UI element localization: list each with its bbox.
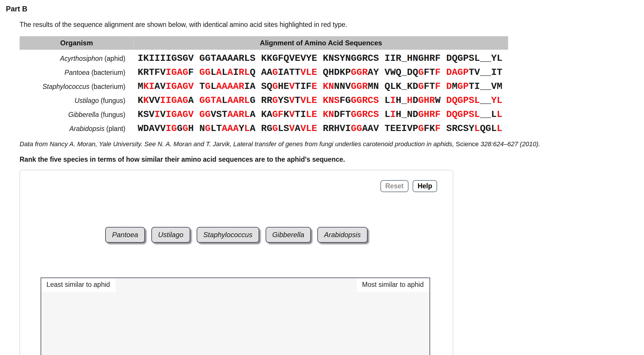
part-title: Part B xyxy=(6,5,644,13)
seq-segment: GG xyxy=(199,109,210,120)
seq-segment: V xyxy=(289,123,295,134)
seq-segment: I xyxy=(233,67,238,78)
chip-staphylococcus[interactable]: Staphylococcus xyxy=(197,227,259,243)
seq-segment: A xyxy=(227,67,233,78)
seq-segment: WDAVV xyxy=(138,123,166,134)
seq-segment: L xyxy=(211,67,216,78)
seq-segment: G xyxy=(418,123,424,134)
seq-segment: AV xyxy=(155,81,166,92)
help-button[interactable]: Help xyxy=(413,180,437,192)
seq-segment: G xyxy=(183,123,188,134)
chip-pantoea[interactable]: Pantoea xyxy=(105,227,145,243)
seq-segment: DQGPSL xyxy=(446,95,480,106)
seq-segment: D xyxy=(413,95,418,106)
organism-header: Organism xyxy=(20,39,134,47)
sequence-text: KRTFVIGAGF GGLALAIRLQ AAGIATTVLE QHDKPGG… xyxy=(134,66,502,80)
seq-segment: H_ND xyxy=(396,109,418,120)
seq-segment: LT xyxy=(211,123,222,134)
seq-segment: IGAGV xyxy=(166,81,194,92)
seq-segment: K xyxy=(138,95,143,106)
seq-segment: A xyxy=(188,95,199,106)
seq-segment: G xyxy=(177,123,182,134)
citation-pre: Data from Nancy A. Moran, Yale Universit… xyxy=(20,140,456,148)
seq-segment: M xyxy=(452,81,457,92)
seq-segment: DQGPSL xyxy=(446,109,480,120)
seq-segment: H xyxy=(407,95,413,106)
seq-segment: IIGAG xyxy=(160,95,188,106)
sequence-text: KSVIVIGAGV GGVSTAARLA KAGFKVTILE KNDFTGG… xyxy=(134,108,502,122)
seq-segment: V xyxy=(289,109,295,120)
panel-buttons: Reset Help xyxy=(380,180,437,192)
question-text: Rank the five species in terms of how si… xyxy=(20,156,644,163)
seq-segment: V xyxy=(289,81,295,92)
reset-button[interactable]: Reset xyxy=(380,180,409,192)
seq-segment: GF xyxy=(272,109,283,120)
table-row: Ustilago (fungus)KKVVIIGAGA GGTALAARLG R… xyxy=(20,94,508,108)
seq-segment: GGTA xyxy=(199,95,222,106)
chip-gibberella[interactable]: Gibberella xyxy=(266,227,311,243)
table-row: Pantoea (bacterium)KRTFVIGAGF GGLALAIRLQ… xyxy=(20,66,508,80)
organism-label: Staphylococcus (bacterium) xyxy=(20,83,134,91)
genus-name: Ustilago xyxy=(75,97,99,104)
table-body: Acyrthosiphon (aphid)IKIIIIGSGV GGTAAAAR… xyxy=(20,50,508,136)
seq-segment: G xyxy=(418,67,424,78)
seq-segment: IA SQ xyxy=(244,81,272,92)
organism-label: Pantoea (bacterium) xyxy=(20,69,134,77)
organism-type: (bacterium) xyxy=(89,83,125,90)
seq-segment: VLE xyxy=(300,67,317,78)
sequence-text: IKIIIIGSGV GGTAAAARLS KKGFQVEVYE KNSYNGG… xyxy=(134,51,502,66)
seq-segment: KN xyxy=(323,81,334,92)
seq-segment: VV xyxy=(149,95,160,106)
least-similar-label: Least similar to aphid xyxy=(41,278,116,292)
seq-segment: IATT xyxy=(278,67,300,78)
seq-segment: G xyxy=(272,67,278,78)
seq-segment xyxy=(441,81,446,92)
seq-segment: IKIIIIGSGV GGTAAAARLS KKGFQVEVYE KNSYNGG… xyxy=(138,53,502,64)
seq-segment: GHR xyxy=(418,95,435,106)
seq-segment: TI xyxy=(295,109,306,120)
seq-segment: G xyxy=(205,81,210,92)
organism-type: (fungus) xyxy=(99,111,125,118)
seq-segment: GHRF xyxy=(418,109,441,120)
seq-segment: H_ xyxy=(396,95,407,106)
seq-segment: TI__VM xyxy=(469,81,502,92)
seq-segment: GGR xyxy=(351,81,368,92)
seq-segment: NNV xyxy=(334,81,351,92)
seq-segment: FT xyxy=(424,81,435,92)
seq-segment: T xyxy=(295,95,300,106)
seq-segment: GG xyxy=(199,67,210,78)
table-row: Arabidopsis (plant)WDAVVIGGGH NGLTAAAYLA… xyxy=(20,122,508,136)
seq-segment: L xyxy=(222,67,227,78)
seq-segment: G xyxy=(272,95,278,106)
seq-segment xyxy=(317,95,323,106)
chip-ustilago[interactable]: Ustilago xyxy=(151,227,190,243)
sequence-text: MKIAVIGAGV TGLAAAARIA SQGHEVTIFE KNNNVGG… xyxy=(134,80,502,94)
sequence-text: WDAVVIGGGH NGLTAAAYLA RGGLSVAVLE RRHVIGG… xyxy=(134,122,502,136)
seq-segment: AARL xyxy=(227,95,250,106)
seq-segment xyxy=(317,81,323,92)
intro-text: The results of the sequence alignment ar… xyxy=(20,21,644,29)
chip-arabidopsis[interactable]: Arabidopsis xyxy=(317,227,367,243)
citation-text: Data from Nancy A. Moran, Yale Universit… xyxy=(20,140,644,148)
seq-segment: FG xyxy=(340,95,351,106)
genus-name: Staphylococcus xyxy=(42,83,89,90)
seq-segment: DFT xyxy=(334,109,351,120)
seq-segment: GG xyxy=(351,123,362,134)
organism-label: Acyrthosiphon (aphid) xyxy=(20,55,134,63)
seq-segment: I xyxy=(390,95,396,106)
organism-label: Arabidopsis (plant) xyxy=(20,125,134,133)
seq-segment: VLE xyxy=(300,95,317,106)
seq-segment: KI xyxy=(143,81,154,92)
seq-segment: __L xyxy=(480,109,497,120)
rank-dropzone[interactable]: Least similar to aphid Most similar to a… xyxy=(41,278,430,355)
seq-segment: GGRCS xyxy=(351,109,379,120)
seq-segment: A KA xyxy=(250,109,272,120)
seq-segment: AAV TEEIVP xyxy=(362,123,418,134)
seq-segment: __ xyxy=(480,95,491,106)
seq-segment: IGAG xyxy=(166,67,188,78)
seq-segment: E xyxy=(311,81,317,92)
sequence-text: KKVVIIGAGA GGTALAARLG RRGYSVTVLE KNSFGGG… xyxy=(134,94,502,108)
seq-segment: K xyxy=(283,109,289,120)
seq-segment: V xyxy=(160,109,166,120)
seq-segment: KNS xyxy=(323,95,340,106)
